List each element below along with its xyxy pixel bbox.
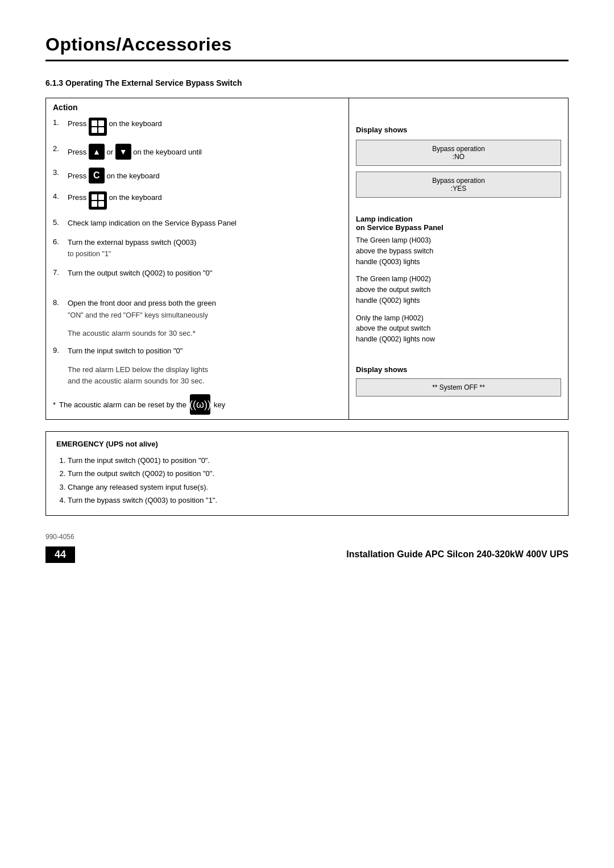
emergency-list: Turn the input switch (Q001) to position… <box>56 454 558 507</box>
bypass-no-line2: :NO <box>453 153 464 161</box>
bypass-no-box: Bypass operation :NO <box>356 140 561 166</box>
title-divider <box>45 60 569 61</box>
step-4-content: Press on the keyboard <box>68 191 162 210</box>
step-1-suffix: on the keyboard <box>109 119 161 128</box>
step-2-suffix: on the keyboard until <box>133 148 202 156</box>
step-9-content: Turn the input switch to position "0" <box>68 345 182 357</box>
step-4-suffix: on the keyboard <box>109 193 161 202</box>
step-7-num: 7. <box>53 268 64 277</box>
footer-title: Installation Guide APC Silcon 240-320kW … <box>346 549 569 560</box>
step-7: 7. Turn the output switch (Q002) to posi… <box>53 268 342 279</box>
step-5: 5. Check lamp indication on the Service … <box>53 218 342 229</box>
list-item: Turn the input switch (Q001) to position… <box>68 454 558 467</box>
acoustic-icon: ((ω)) <box>190 394 210 415</box>
footnote-suffix: key <box>214 400 225 409</box>
step-3-num: 3. <box>53 168 64 177</box>
bypass-no-line1: Bypass operation <box>432 145 485 153</box>
step-6-sub: to position "1" <box>68 249 196 260</box>
step-8-text: Open the front door and press both the g… <box>68 298 216 309</box>
list-item: Turn the bypass switch (Q003) to positio… <box>68 494 558 507</box>
step-3-suffix: on the keyboard <box>106 172 159 180</box>
keyboard-grid-icon-2 <box>89 191 107 210</box>
emergency-box: EMERGENCY (UPS not alive) Turn the input… <box>45 431 569 516</box>
step-2-num: 2. <box>53 144 64 153</box>
step-2-content: Press ▲ or ▼ on the keyboard until <box>68 144 202 160</box>
step-2-text: Press <box>68 148 89 156</box>
list-item: Turn the output switch (Q002) to positio… <box>68 467 558 480</box>
step-1-content: Press on the keyboard <box>68 118 162 136</box>
step-5-num: 5. <box>53 218 64 227</box>
lamp-text-3: Only the lamp (H002)above the output swi… <box>356 313 561 345</box>
emergency-title: EMERGENCY (UPS not alive) <box>56 440 558 448</box>
down-arrow-icon: ▼ <box>115 144 131 160</box>
display-shows-2-label: Display shows <box>356 365 561 374</box>
step-8-sub: "ON" and the red "OFF" keys simultaneous… <box>68 310 216 321</box>
lamp-header-line1: Lamp indication <box>356 215 413 223</box>
footnote-asterisk: * <box>53 400 56 409</box>
step-3: 3. Press C on the keyboard <box>53 168 342 183</box>
list-item: Change any released system input fuse(s)… <box>68 481 558 494</box>
step-4-text: Press <box>68 193 89 202</box>
system-off-text: ** System OFF ** <box>432 383 485 391</box>
display-col-header: Display shows <box>356 126 561 134</box>
step-8: 8. Open the front door and press both th… <box>53 298 342 320</box>
step-5-content: Check lamp indication on the Service Byp… <box>68 218 237 229</box>
lamp-header-line2: on Service Bypass Panel <box>356 223 443 232</box>
step-7-content: Turn the output switch (Q002) to positio… <box>68 268 212 279</box>
step-1: 1. Press on the keyboard <box>53 118 342 136</box>
section-heading: 6.1.3 Operating The External Service Byp… <box>45 78 569 87</box>
doc-number: 990-4056 <box>45 533 569 541</box>
step-4: 4. Press on the keyboard <box>53 191 342 210</box>
step-6-content: Turn the external bypass switch (Q003) t… <box>68 237 196 260</box>
main-table: Action 1. Press <box>45 98 569 420</box>
page-title: Options/Accessories <box>45 34 569 55</box>
step-7-text: Turn the output switch (Q002) to positio… <box>68 269 212 277</box>
footer-row: 44 Installation Guide APC Silcon 240-320… <box>45 546 569 563</box>
c-key-icon: C <box>89 168 105 183</box>
step-9-note: The red alarm LED below the display ligh… <box>68 364 342 386</box>
lamp-text-1: The Green lamp (H003)above the bypass sw… <box>356 235 561 267</box>
step-5-text: Check lamp indication on the Service Byp… <box>68 219 237 227</box>
bypass-yes-line2: :YES <box>451 185 466 193</box>
step-3-content: Press C on the keyboard <box>68 168 160 183</box>
step-2-or: or <box>106 148 115 156</box>
step-6: 6. Turn the external bypass switch (Q003… <box>53 237 342 260</box>
step-6-num: 6. <box>53 237 64 246</box>
step-3-text: Press <box>68 172 89 180</box>
step-8-note: The acoustic alarm sounds for 30 sec.* <box>68 329 342 337</box>
bypass-yes-box: Bypass operation :YES <box>356 172 561 198</box>
footnote-text: The acoustic alarm can be reset by the <box>59 400 186 409</box>
lamp-header: Lamp indication on Service Bypass Panel <box>356 215 561 232</box>
step-9-text: Turn the input switch to position "0" <box>68 347 182 355</box>
action-col-header: Action <box>53 103 342 118</box>
footnote-row: * The acoustic alarm can be reset by the… <box>53 394 342 415</box>
lamp-text-2: The Green lamp (H002)above the output sw… <box>356 274 561 306</box>
step-8-num: 8. <box>53 298 64 307</box>
keyboard-grid-icon-1 <box>89 118 107 136</box>
bypass-yes-line1: Bypass operation <box>432 177 485 185</box>
page-number: 44 <box>45 546 75 563</box>
step-2: 2. Press ▲ or ▼ on the keyboard until <box>53 144 342 160</box>
up-arrow-icon: ▲ <box>89 144 105 160</box>
step-1-num: 1. <box>53 118 64 127</box>
step-4-num: 4. <box>53 191 64 201</box>
step-9-num: 9. <box>53 345 64 354</box>
system-off-box: ** System OFF ** <box>356 378 561 397</box>
step-8-content: Open the front door and press both the g… <box>68 298 216 320</box>
step-9: 9. Turn the input switch to position "0" <box>53 345 342 357</box>
step-1-text: Press <box>68 119 89 128</box>
step-6-text: Turn the external bypass switch (Q003) <box>68 237 196 248</box>
